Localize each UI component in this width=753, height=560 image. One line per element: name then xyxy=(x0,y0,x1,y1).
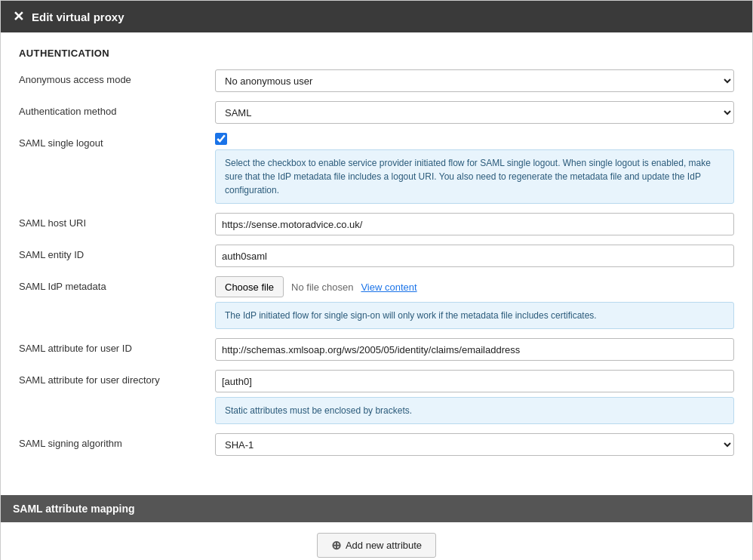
saml-idp-metadata-info: The IdP initiated flow for single sign-o… xyxy=(215,302,734,329)
saml-user-directory-row: SAML attribute for user directory Static… xyxy=(19,370,734,424)
authentication-method-select[interactable]: SAML Kerberos OIDC xyxy=(215,101,734,124)
saml-idp-metadata-control: Choose file No file chosen View content … xyxy=(215,276,734,329)
saml-host-uri-label: SAML host URI xyxy=(19,213,215,229)
saml-user-directory-control: Static attributes must be enclosed by br… xyxy=(215,370,734,424)
saml-idp-metadata-label: SAML IdP metadata xyxy=(19,276,215,292)
saml-single-logout-checkbox[interactable] xyxy=(215,133,227,145)
authentication-section-header: AUTHENTICATION xyxy=(19,48,734,59)
add-attribute-row: ⊕ Add new attribute xyxy=(19,533,734,558)
saml-user-id-input[interactable] xyxy=(215,338,734,361)
authentication-method-label: Authentication method xyxy=(19,101,215,117)
saml-idp-metadata-row: SAML IdP metadata Choose file No file ch… xyxy=(19,276,734,329)
saml-user-id-label: SAML attribute for user ID xyxy=(19,338,215,354)
saml-user-id-control xyxy=(215,338,734,361)
add-attribute-button[interactable]: ⊕ Add new attribute xyxy=(317,533,436,558)
saml-entity-id-row: SAML entity ID xyxy=(19,245,734,267)
add-attribute-label: Add new attribute xyxy=(346,540,422,551)
form-content: AUTHENTICATION Anonymous access mode No … xyxy=(1,32,752,480)
file-chooser-row: Choose file No file chosen View content xyxy=(215,276,734,297)
saml-signing-algorithm-control: SHA-1 SHA-256 SHA-512 xyxy=(215,433,734,456)
saml-signing-algorithm-label: SAML signing algorithm xyxy=(19,433,215,449)
no-file-label: No file chosen xyxy=(291,282,353,293)
anonymous-access-mode-control: No anonymous user Allow anonymous Always… xyxy=(215,69,734,92)
saml-user-directory-label: SAML attribute for user directory xyxy=(19,370,215,386)
saml-entity-id-control xyxy=(215,245,734,267)
user-directory-info: Static attributes must be enclosed by br… xyxy=(215,397,734,424)
saml-host-uri-input[interactable] xyxy=(215,213,734,235)
saml-single-logout-row: SAML single logout Select the checkbox t… xyxy=(19,133,734,204)
anonymous-access-mode-select[interactable]: No anonymous user Allow anonymous Always… xyxy=(215,69,734,92)
saml-single-logout-label: SAML single logout xyxy=(19,133,215,149)
title-bar: ✕ Edit virtual proxy xyxy=(1,1,752,32)
saml-user-directory-input[interactable] xyxy=(215,370,734,392)
saml-single-logout-control: Select the checkbox to enable service pr… xyxy=(215,133,734,204)
saml-signing-algorithm-select[interactable]: SHA-1 SHA-256 SHA-512 xyxy=(215,433,734,456)
add-circle-icon: ⊕ xyxy=(331,538,341,552)
saml-attribute-mapping-header: SAML attribute mapping xyxy=(1,495,752,522)
authentication-method-control: SAML Kerberos OIDC xyxy=(215,101,734,124)
saml-signing-algorithm-row: SAML signing algorithm SHA-1 SHA-256 SHA… xyxy=(19,433,734,456)
window-title: Edit virtual proxy xyxy=(32,11,124,23)
view-content-link[interactable]: View content xyxy=(361,282,416,293)
saml-single-logout-info: Select the checkbox to enable service pr… xyxy=(215,149,734,204)
saml-entity-id-input[interactable] xyxy=(215,245,734,267)
authentication-method-row: Authentication method SAML Kerberos OIDC xyxy=(19,101,734,124)
anonymous-access-mode-row: Anonymous access mode No anonymous user … xyxy=(19,69,734,92)
saml-user-id-row: SAML attribute for user ID xyxy=(19,338,734,361)
mapping-content: ⊕ Add new attribute SAML attribute Qlik … xyxy=(1,522,752,560)
saml-entity-id-label: SAML entity ID xyxy=(19,245,215,260)
choose-file-button[interactable]: Choose file xyxy=(215,276,284,297)
proxy-icon: ✕ xyxy=(13,8,24,25)
saml-host-uri-row: SAML host URI xyxy=(19,213,734,235)
saml-host-uri-control xyxy=(215,213,734,235)
anonymous-access-mode-label: Anonymous access mode xyxy=(19,69,215,85)
edit-virtual-proxy-window: ✕ Edit virtual proxy AUTHENTICATION Anon… xyxy=(0,0,753,560)
